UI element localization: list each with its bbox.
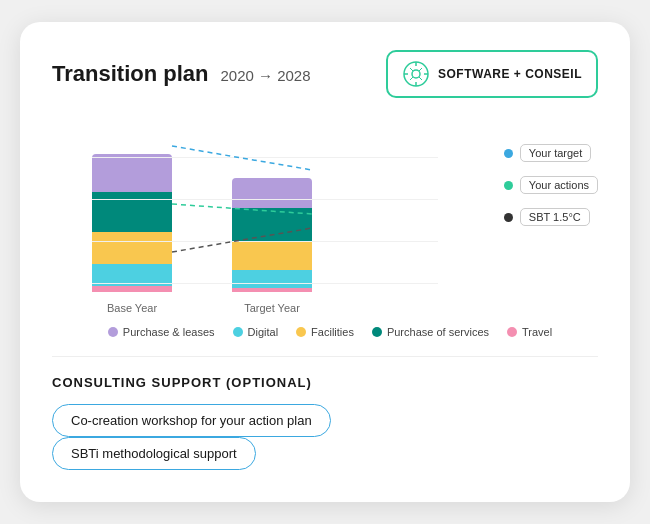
bar-label-base: Base Year xyxy=(107,302,157,314)
purchase-services-dot xyxy=(372,327,382,337)
bars-container: Base Year Target Year xyxy=(92,144,438,314)
seg-teal-base xyxy=(92,192,172,232)
facilities-label: Facilities xyxy=(311,326,354,338)
svg-point-1 xyxy=(412,70,420,78)
seg-yellow-target xyxy=(232,242,312,270)
consulting-title: CONSULTING SUPPORT (OPTIONAL) xyxy=(52,375,598,390)
consulting-section: CONSULTING SUPPORT (OPTIONAL) Co-creatio… xyxy=(52,375,598,470)
seg-yellow-base xyxy=(92,232,172,264)
logo-text: SOFTWARE + CONSEIL xyxy=(438,67,582,81)
seg-pink-base xyxy=(92,286,172,292)
grid-line-1 xyxy=(92,241,438,242)
compass-icon xyxy=(402,60,430,88)
target-dot xyxy=(504,149,513,158)
grid-line-0 xyxy=(92,283,438,284)
seg-teal-target xyxy=(232,208,312,242)
legend-purchase-services: Purchase of services xyxy=(372,326,489,338)
travel-label: Travel xyxy=(522,326,552,338)
sbt-dot xyxy=(504,213,513,222)
grid-line-3 xyxy=(92,157,438,158)
consulting-pills: Co-creation workshop for your action pla… xyxy=(52,404,598,470)
legend-purchase-leases: Purchase & leases xyxy=(108,326,215,338)
seg-pink-target xyxy=(232,288,312,292)
seg-purple-target xyxy=(232,178,312,208)
pill-cocreation[interactable]: Co-creation workshop for your action pla… xyxy=(52,404,331,437)
section-divider xyxy=(52,356,598,357)
bar-base xyxy=(92,154,172,292)
digital-label: Digital xyxy=(248,326,279,338)
right-legend: Your target Your actions SBT 1.5°C xyxy=(504,144,598,226)
purchase-leases-dot xyxy=(108,327,118,337)
year-range: 2020 → 2028 xyxy=(220,67,310,84)
sbt-label: SBT 1.5°C xyxy=(520,208,590,226)
bar-target xyxy=(232,178,312,292)
actions-dot xyxy=(504,181,513,190)
purchase-leases-label: Purchase & leases xyxy=(123,326,215,338)
chart-area: Base Year Target Year xyxy=(52,114,598,314)
target-label: Your target xyxy=(520,144,591,162)
page-title: Transition plan xyxy=(52,61,208,87)
purchase-services-label: Purchase of services xyxy=(387,326,489,338)
facilities-dot xyxy=(296,327,306,337)
bar-label-target: Target Year xyxy=(244,302,300,314)
card-header: Transition plan 2020 → 2028 SOFTWARE + C… xyxy=(52,50,598,98)
grid-line-2 xyxy=(92,199,438,200)
main-card: Transition plan 2020 → 2028 SOFTWARE + C… xyxy=(20,22,630,502)
title-block: Transition plan 2020 → 2028 xyxy=(52,61,311,87)
right-legend-sbt: SBT 1.5°C xyxy=(504,208,598,226)
logo-box: SOFTWARE + CONSEIL xyxy=(386,50,598,98)
actions-label: Your actions xyxy=(520,176,598,194)
digital-dot xyxy=(233,327,243,337)
legend-travel: Travel xyxy=(507,326,552,338)
seg-purple-base xyxy=(92,154,172,192)
legend-facilities: Facilities xyxy=(296,326,354,338)
legend-digital: Digital xyxy=(233,326,279,338)
right-legend-target: Your target xyxy=(504,144,598,162)
chart-legend: Purchase & leases Digital Facilities Pur… xyxy=(52,326,598,338)
bar-group-base: Base Year xyxy=(92,154,172,314)
right-legend-actions: Your actions xyxy=(504,176,598,194)
seg-cyan-target xyxy=(232,270,312,288)
pill-sbti[interactable]: SBTi methodological support xyxy=(52,437,256,470)
travel-dot xyxy=(507,327,517,337)
